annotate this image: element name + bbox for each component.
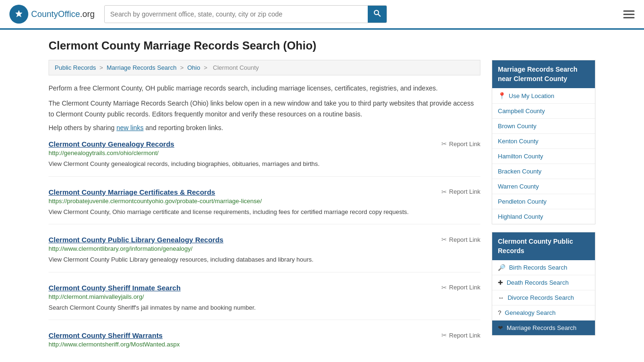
kenton-county-link[interactable]: Kenton County	[498, 138, 538, 145]
record-description: View Clermont County Public Library gene…	[49, 255, 480, 264]
record-url: http://www.clermontlibrary.org/informati…	[49, 245, 480, 252]
record-header: Clermont County Marriage Certificates & …	[49, 188, 480, 196]
record-link[interactable]: Clermont County Public Library Genealogy…	[49, 236, 223, 244]
sidebar-item-warren-county[interactable]: Warren County	[492, 179, 595, 194]
menu-button[interactable]	[623, 10, 635, 18]
report-icon: ✂	[441, 188, 447, 196]
pendleton-county-link[interactable]: Pendleton County	[498, 198, 546, 205]
sidebar-item-hamilton-county[interactable]: Hamilton County	[492, 149, 595, 164]
bracken-county-link[interactable]: Bracken County	[498, 168, 542, 175]
campbell-county-link[interactable]: Campbell County	[498, 107, 545, 115]
sidebar-item-birth-records[interactable]: 🔎 Birth Records Search	[492, 260, 595, 275]
sidebar-item-kenton-county[interactable]: Kenton County	[492, 134, 595, 149]
page-wrapper: Clermont County Marriage Records Search …	[39, 30, 605, 362]
marriage-records-link[interactable]: Marriage Records Search	[507, 324, 577, 331]
death-records-icon: ✚	[498, 279, 503, 286]
record-link[interactable]: Clermont County Sheriff Inmate Search	[49, 284, 181, 292]
logo-icon	[9, 5, 28, 24]
record-url-link[interactable]: https://probatejuvenile.clermontcountyoh…	[49, 197, 262, 205]
report-link-button[interactable]: ✂ Report Link	[441, 140, 480, 148]
site-logo[interactable]: CountyOffice.org	[9, 5, 95, 24]
birth-records-icon: 🔎	[498, 264, 505, 271]
record-link[interactable]: Clermont County Marriage Certificates & …	[49, 188, 215, 196]
record-description: Search Clermont County Sheriff's jail in…	[49, 303, 480, 313]
record-header: Clermont County Sheriff Warrants ✂ Repor…	[49, 331, 480, 339]
description-para2: The Clermont County Marriage Records Sea…	[49, 98, 480, 119]
brown-county-link[interactable]: Brown County	[498, 123, 537, 130]
record-header: Clermont County Public Library Genealogy…	[49, 236, 480, 244]
record-link[interactable]: Clermont County Genealogy Records	[49, 140, 174, 148]
sidebar-use-location[interactable]: 📍 Use My Location	[492, 88, 595, 104]
sidebar: Marriage Records Search near Clermont Co…	[492, 60, 595, 362]
sidebar-item-pendleton-county[interactable]: Pendleton County	[492, 194, 595, 209]
record-header: Clermont County Sheriff Inmate Search ✂ …	[49, 284, 480, 292]
help-text: Help others by sharing new links and rep…	[49, 124, 480, 132]
record-url: http://clermont.miamivalleyjails.org/	[49, 293, 480, 300]
breadcrumb: Public Records > Marriage Records Search…	[49, 60, 480, 75]
report-icon: ✂	[441, 284, 447, 291]
breadcrumb-link-marriage[interactable]: Marriage Records Search	[107, 64, 176, 71]
report-icon: ✂	[441, 331, 447, 339]
divorce-records-icon: ↔	[498, 294, 504, 301]
record-url-link[interactable]: http://clermont.miamivalleyjails.org/	[49, 293, 144, 300]
breadcrumb-link-public-records[interactable]: Public Records	[55, 64, 96, 71]
record-description: View Clermont County, Ohio marriage cert…	[49, 207, 480, 217]
record-header: Clermont County Genealogy Records ✂ Repo…	[49, 140, 480, 148]
record-title: Clermont County Sheriff Warrants	[49, 331, 163, 339]
record-title: Clermont County Public Library Genealogy…	[49, 236, 223, 244]
sidebar-public-records-list: 🔎 Birth Records Search ✚ Death Records S…	[492, 260, 595, 335]
sidebar-item-divorce-records[interactable]: ↔ Divorce Records Search	[492, 290, 595, 305]
divorce-records-link[interactable]: Divorce Records Search	[508, 294, 574, 301]
use-location-link[interactable]: Use My Location	[509, 92, 554, 99]
breadcrumb-separator: >	[180, 64, 185, 71]
marriage-records-icon: ❤	[498, 324, 503, 331]
hamilton-county-link[interactable]: Hamilton County	[498, 153, 543, 160]
genealogy-search-link[interactable]: Genealogy Search	[505, 309, 556, 316]
breadcrumb-link-ohio[interactable]: Ohio	[187, 64, 200, 71]
record-url: https://probatejuvenile.clermontcountyoh…	[49, 197, 480, 205]
report-link-button[interactable]: ✂ Report Link	[441, 331, 480, 339]
sidebar-item-brown-county[interactable]: Brown County	[492, 119, 595, 134]
report-link-button[interactable]: ✂ Report Link	[441, 188, 480, 196]
new-links-link[interactable]: new links	[116, 124, 144, 132]
breadcrumb-separator: >	[204, 64, 209, 71]
death-records-link[interactable]: Death Records Search	[507, 279, 569, 286]
main-content: Public Records > Marriage Records Search…	[49, 60, 480, 362]
record-item: Clermont County Public Library Genealogy…	[49, 236, 480, 272]
report-link-button[interactable]: ✂ Report Link	[441, 284, 480, 291]
report-icon: ✂	[441, 140, 447, 148]
page-title: Clermont County Marriage Records Search …	[49, 39, 595, 52]
record-item: Clermont County Sheriff Inmate Search ✂ …	[49, 284, 480, 321]
sidebar-nearby-section: Marriage Records Search near Clermont Co…	[492, 60, 595, 224]
record-link[interactable]: Clermont County Sheriff Warrants	[49, 331, 163, 339]
sidebar-item-death-records[interactable]: ✚ Death Records Search	[492, 275, 595, 290]
sidebar-public-records-header: Clermont County Public Records	[492, 232, 595, 260]
record-url-link[interactable]: http://genealogytrails.com/ohio/clermont…	[49, 149, 158, 156]
report-icon: ✂	[441, 236, 447, 243]
sidebar-item-bracken-county[interactable]: Bracken County	[492, 164, 595, 179]
search-button[interactable]	[368, 6, 387, 23]
sidebar-item-highland-county[interactable]: Highland County	[492, 209, 595, 224]
svg-line-2	[378, 14, 380, 16]
report-link-button[interactable]: ✂ Report Link	[441, 236, 480, 243]
site-header: CountyOffice.org	[0, 0, 644, 30]
record-url: http://genealogytrails.com/ohio/clermont…	[49, 149, 480, 156]
search-input[interactable]	[105, 7, 368, 22]
logo-text: CountyOffice.org	[31, 9, 95, 19]
genealogy-search-icon: ?	[498, 309, 501, 316]
record-url-link[interactable]: http://www.clermontlibrary.org/informati…	[49, 245, 192, 252]
sidebar-item-marriage-records[interactable]: ❤ Marriage Records Search	[492, 321, 595, 335]
warren-county-link[interactable]: Warren County	[498, 183, 539, 190]
sidebar-nearby-header: Marriage Records Search near Clermont Co…	[492, 60, 595, 88]
sidebar-nearby-list: 📍 Use My Location Campbell County Brown …	[492, 88, 595, 224]
record-title: Clermont County Marriage Certificates & …	[49, 188, 215, 196]
record-title: Clermont County Sheriff Inmate Search	[49, 284, 181, 292]
record-item: Clermont County Marriage Certificates & …	[49, 188, 480, 225]
sidebar-item-genealogy-search[interactable]: ? Genealogy Search	[492, 305, 595, 321]
record-url-link[interactable]: http://www.clermontsheriff.org/MostWante…	[49, 341, 180, 348]
birth-records-link[interactable]: Birth Records Search	[509, 264, 568, 271]
description-para1: Perform a free Clermont County, OH publi…	[49, 83, 480, 93]
sidebar-item-campbell-county[interactable]: Campbell County	[492, 104, 595, 119]
menu-line	[623, 14, 635, 15]
highland-county-link[interactable]: Highland County	[498, 213, 543, 220]
